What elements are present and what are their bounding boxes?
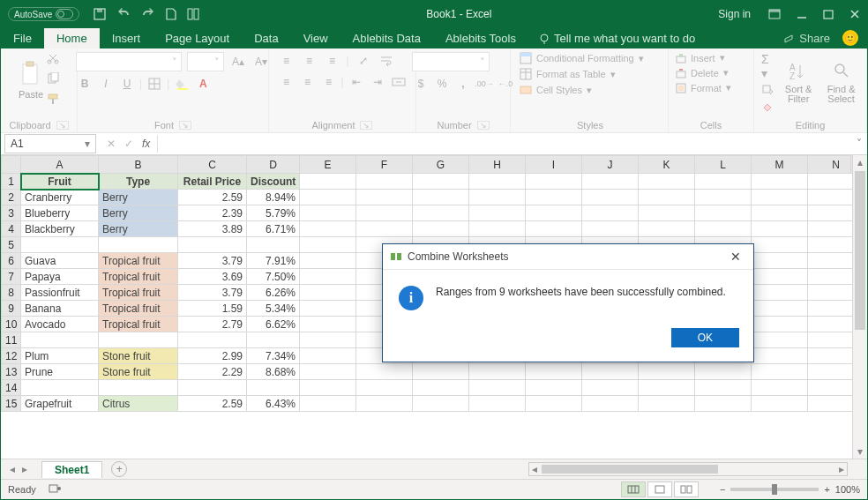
cell[interactable] (300, 269, 356, 285)
cell[interactable] (752, 396, 808, 412)
scroll-thumb[interactable] (855, 171, 865, 330)
row-header[interactable]: 8 (2, 285, 21, 301)
row-header[interactable]: 2 (2, 190, 21, 205)
decrease-font-icon[interactable]: A▾ (252, 53, 270, 71)
cell[interactable]: 3.79 (178, 253, 247, 269)
cell[interactable] (413, 364, 469, 380)
row-header[interactable]: 13 (2, 364, 21, 380)
cell[interactable] (582, 221, 639, 237)
cell[interactable]: Stone fruit (99, 364, 178, 380)
tab-insert[interactable]: Insert (100, 28, 153, 49)
cell[interactable] (300, 237, 356, 253)
cell[interactable] (178, 380, 247, 396)
horizontal-scrollbar[interactable]: ◂ ▸ (528, 462, 848, 476)
cell[interactable]: Discount (247, 174, 300, 190)
col-header[interactable]: F (356, 156, 413, 174)
cell[interactable] (21, 237, 99, 253)
maximize-icon[interactable] (823, 9, 834, 19)
cell[interactable] (300, 301, 356, 317)
row-header[interactable]: 7 (2, 269, 21, 285)
cell[interactable]: Banana (21, 301, 99, 317)
sheet-tab[interactable]: Sheet1 (41, 461, 102, 478)
col-header[interactable]: B (99, 156, 178, 174)
col-header[interactable]: E (300, 156, 356, 174)
cell[interactable]: Tropical fruit (99, 253, 178, 269)
row-header[interactable]: 6 (2, 253, 21, 269)
font-color-icon[interactable]: A (194, 75, 212, 93)
decrease-indent-icon[interactable]: ⇤ (348, 73, 365, 91)
cell[interactable] (582, 205, 639, 221)
cell[interactable] (639, 380, 695, 396)
cell[interactable] (300, 348, 356, 364)
cell[interactable] (752, 348, 808, 364)
cell[interactable] (752, 174, 808, 190)
col-header[interactable]: D (247, 156, 300, 174)
cell[interactable]: Grapefruit (21, 396, 99, 412)
underline-button[interactable]: U (118, 75, 136, 93)
cell[interactable] (695, 205, 752, 221)
merge-center-icon[interactable] (390, 73, 408, 91)
signin-link[interactable]: Sign in (718, 8, 751, 20)
cell[interactable] (469, 174, 526, 190)
cell[interactable]: Tropical fruit (99, 317, 178, 332)
cell[interactable]: 7.34% (247, 348, 300, 364)
tab-file[interactable]: File (1, 28, 44, 49)
align-left-icon[interactable]: ≡ (277, 73, 295, 91)
cell[interactable] (413, 205, 469, 221)
minimize-icon[interactable] (797, 9, 807, 19)
ok-button[interactable]: OK (671, 328, 739, 347)
col-header[interactable]: C (178, 156, 247, 174)
cell[interactable] (178, 332, 247, 348)
insert-cells-button[interactable]: Insert ▾ (676, 52, 731, 63)
wrap-text-icon[interactable] (378, 52, 395, 70)
formula-input[interactable] (157, 135, 851, 153)
fx-icon[interactable]: fx (142, 138, 150, 150)
cell[interactable]: 2.99 (178, 348, 247, 364)
cell[interactable] (526, 174, 582, 190)
percent-format-icon[interactable]: % (433, 75, 451, 93)
row-header[interactable]: 3 (2, 205, 21, 221)
format-as-table-button[interactable]: Format as Table ▾ (520, 68, 644, 80)
format-cells-button[interactable]: Format ▾ (676, 82, 731, 93)
cell-styles-button[interactable]: Cell Styles ▾ (520, 84, 644, 96)
cancel-entry-icon[interactable]: ✕ (107, 138, 116, 150)
share-button[interactable]: Share (773, 28, 841, 49)
cell[interactable] (21, 380, 99, 396)
cell[interactable]: Blueberry (21, 205, 99, 221)
row-header[interactable]: 5 (2, 237, 21, 253)
orientation-icon[interactable]: ⤢ (355, 52, 372, 70)
cell[interactable]: 2.59 (178, 190, 247, 205)
cell[interactable]: Passionfruit (21, 285, 99, 301)
cell[interactable] (300, 174, 356, 190)
dialog-launcher-icon[interactable]: ↘ (56, 121, 69, 130)
find-select-button[interactable]: Find & Select (823, 62, 859, 104)
autosum-icon[interactable]: Σ ▾ (761, 52, 774, 80)
vertical-scrollbar[interactable]: ▴ ▾ (852, 155, 867, 459)
cell[interactable]: 2.39 (178, 205, 247, 221)
tab-home[interactable]: Home (44, 28, 100, 49)
cell[interactable] (469, 221, 526, 237)
cell[interactable] (469, 205, 526, 221)
cell[interactable] (469, 380, 526, 396)
row-header[interactable]: 11 (2, 332, 21, 348)
font-name-select[interactable]: ˅ (76, 52, 182, 71)
cell[interactable] (300, 205, 356, 221)
sheet-nav-prev-icon[interactable]: ◂ (10, 463, 15, 475)
cell[interactable]: 7.91% (247, 253, 300, 269)
cell[interactable] (639, 205, 695, 221)
cell[interactable] (752, 317, 808, 332)
cell[interactable] (639, 221, 695, 237)
cell[interactable] (695, 396, 752, 412)
redo-icon[interactable] (141, 8, 155, 20)
cell[interactable]: 2.59 (178, 396, 247, 412)
expand-formula-bar-icon[interactable]: ˅ (851, 138, 867, 150)
cell[interactable]: Cranberry (21, 190, 99, 205)
cell[interactable] (695, 190, 752, 205)
fill-icon[interactable] (761, 84, 774, 97)
sort-filter-button[interactable]: AZ Sort & Filter (782, 62, 814, 104)
cell[interactable] (356, 364, 413, 380)
bold-button[interactable]: B (76, 75, 94, 93)
confirm-entry-icon[interactable]: ✓ (124, 138, 133, 150)
cell[interactable] (99, 380, 178, 396)
cell[interactable] (356, 190, 413, 205)
